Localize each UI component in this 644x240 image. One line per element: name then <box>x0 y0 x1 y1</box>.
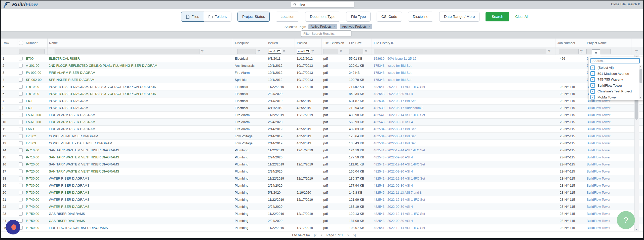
file-history-link[interactable]: 482534 - 2022-03-17 Bid Set <box>374 141 416 145</box>
project-status-button[interactable]: Project Status <box>237 12 270 22</box>
search-button[interactable]: Search <box>486 12 509 21</box>
row-checkbox[interactable] <box>19 184 23 187</box>
last-page-button[interactable]: >| <box>353 233 356 237</box>
file-history-link[interactable]: 482534 - 2022-03-17 Bid Set <box>374 127 416 131</box>
name-filter-input[interactable] <box>55 49 199 54</box>
project-filter-option[interactable]: ✓ BuildFlow Tower <box>590 83 638 89</box>
file-number-link[interactable]: LV3.03 <box>26 141 36 145</box>
file-history-link[interactable]: 482541 - 2022-12-14 ASI 1-IFC Set <box>374 226 425 230</box>
project-name-link[interactable]: BuildFlow Tower <box>587 191 610 194</box>
file-number-link[interactable]: E700 <box>26 57 33 60</box>
file-number-link[interactable]: FA-610.00 <box>26 113 41 117</box>
dropdown-scrollbar[interactable]: ▲ ▼ <box>639 65 642 99</box>
file-number-link[interactable]: P-730.00 <box>26 191 39 194</box>
file-history-link[interactable]: 482541 - 2022-12-14 ASI 1-IFC Set <box>374 85 425 89</box>
row-checkbox[interactable] <box>19 169 23 173</box>
file-name-link[interactable]: CONCEPTUAL E - CALL RISER DIAGRAM <box>49 141 112 145</box>
column-header-file-size[interactable]: File Size <box>347 39 372 47</box>
file-name-link[interactable]: WATER RISER DIAGRAMS <box>49 205 90 209</box>
file-name-link[interactable]: SANITARY WASTE & VENT RISER DIAGRAMS <box>49 148 119 152</box>
project-name-link[interactable]: BuildFlow Tower <box>587 106 610 110</box>
column-header-discipline[interactable]: Discipline <box>233 39 266 47</box>
file-history-link[interactable]: 482534 - 2022-03-17 Bid Set <box>374 134 416 138</box>
job-number-filter-funnel-icon[interactable]: ▽ <box>580 50 582 53</box>
file-name-link[interactable]: WATER RISER DIAGRAMS <box>49 184 90 187</box>
row-checkbox[interactable] <box>19 134 23 138</box>
project-name-link[interactable]: BuildFlow Tower <box>587 177 610 180</box>
row-checkbox[interactable] <box>19 219 23 223</box>
file-number-link[interactable]: P-750.00 <box>26 219 39 223</box>
project-name-link[interactable]: BuildFlow Tower <box>587 155 610 159</box>
file-history-link[interactable]: 482543 - 2022-09-30 ASI 4 <box>374 120 413 124</box>
file-name-link[interactable]: ELECTRICAL RISER <box>49 57 80 60</box>
posted-date-input[interactable]: mm/d <box>297 49 310 54</box>
file-number-link[interactable]: P-710.00 <box>26 155 39 159</box>
project-name-link[interactable]: BuildFlow Tower <box>587 141 610 145</box>
issued-date-input[interactable]: mm/d <box>268 49 281 54</box>
file-number-link[interactable]: P-750.00 <box>26 212 39 216</box>
row-checkbox[interactable] <box>19 64 23 67</box>
row-checkbox[interactable] <box>19 106 23 110</box>
file-name-link[interactable]: SANITARY WASTE & VENT RISER DIAGRAMS <box>49 169 119 173</box>
file-name-link[interactable]: 2ND FLOOR REFLECTED CEILING PLAN/ PLUMBI… <box>49 64 157 67</box>
file-number-link[interactable]: E6.1 <box>26 99 33 103</box>
column-header-posted[interactable]: Posted <box>295 39 321 47</box>
project-name-link[interactable]: BuildFlow Tower <box>587 198 610 201</box>
discipline-button[interactable]: Discipline <box>408 12 433 22</box>
file-number-link[interactable]: P-760.00 <box>26 226 39 230</box>
global-search[interactable] <box>291 1 354 8</box>
row-checkbox[interactable] <box>19 205 23 209</box>
row-checkbox[interactable] <box>19 177 23 180</box>
file-number-link[interactable]: A-301-00 <box>26 64 39 67</box>
folders-button[interactable]: Folders <box>204 12 231 22</box>
column-header-issued[interactable]: Issued <box>266 39 295 47</box>
file-number-link[interactable]: P-710.00 <box>26 148 39 152</box>
file-history-link[interactable]: 482541 - 2022-12-14 ASI 1-IFC Set <box>374 162 425 166</box>
file-number-link[interactable]: P-740.00 <box>26 198 39 201</box>
discipline-filter-input[interactable] <box>237 49 256 54</box>
option-checkbox-checked[interactable]: ✓ <box>590 83 595 88</box>
file-name-link[interactable]: GAS RISER DIAGRAMS <box>49 219 85 223</box>
file-number-link[interactable]: P-730.00 <box>26 177 39 180</box>
scrollbar-down-icon[interactable]: ▼ <box>635 228 637 230</box>
file-name-link[interactable]: POWER RISER DIAGRAM, DETAILS & VOLTAGE D… <box>49 92 156 96</box>
project-filter-option[interactable]: ✓ 745-755 Waverly <box>590 77 638 83</box>
file-name-link[interactable]: POWER RISER DIAGRAM, DETAILS & VOLTAGE D… <box>49 85 156 89</box>
file-number-link[interactable]: P-720.00 <box>26 162 39 166</box>
file-size-filter-funnel-icon[interactable]: ▽ <box>365 50 367 53</box>
file-history-link[interactable]: 482541 - 2022-12-14 ASI 1-IFC Set <box>374 212 425 216</box>
file-name-link[interactable]: POWER RISER DIAGRAM <box>49 106 88 110</box>
file-name-link[interactable]: FIRE ALARM RISER DIAGRAM <box>49 113 95 117</box>
column-header-job-number[interactable]: Job Number <box>555 39 585 47</box>
row-checkbox[interactable] <box>19 57 23 60</box>
file-history-link[interactable]: 482534 - 2022-03-17 Bid Set <box>374 99 416 103</box>
option-checkbox-checked[interactable]: ✓ <box>590 77 595 82</box>
project-name-link[interactable]: BuildFlow Tower <box>587 184 610 187</box>
file-number-link[interactable]: P-740.00 <box>26 205 39 209</box>
row-checkbox[interactable] <box>19 78 23 82</box>
file-history-link[interactable]: 482543 - 2022-09-30 ASI 4 <box>374 205 413 209</box>
file-history-link[interactable]: 482543 - 2022-09-30 ASI 4 <box>374 169 413 173</box>
project-filter-option[interactable]: ✓ (Select All) <box>590 65 638 71</box>
row-checkbox[interactable] <box>19 99 23 103</box>
file-number-link[interactable]: SP-002-00 <box>26 78 42 82</box>
file-name-link[interactable]: SANITARY WASTE & VENT RISER DIAGRAMS <box>49 155 119 159</box>
file-history-link[interactable]: 482545 - 2022-11-13 ASI 7 and 8 <box>374 191 422 194</box>
file-history-link[interactable]: 482541 - 2022-12-14 ASI 1-IFC Set <box>374 113 425 117</box>
row-checkbox[interactable] <box>19 148 23 152</box>
column-header-file-extension[interactable]: File Extension <box>321 39 347 47</box>
file-name-link[interactable]: FIRE ALARM RISER DIAGRAM <box>49 120 95 124</box>
row-checkbox[interactable] <box>19 113 23 117</box>
global-search-input[interactable] <box>298 2 352 7</box>
file-name-link[interactable]: SANITARY WASTE & VENT RISER DIAGRAMS <box>49 162 119 166</box>
file-extension-filter-funnel-icon[interactable]: ▽ <box>340 50 342 53</box>
option-checkbox-checked[interactable]: ✓ <box>590 71 595 76</box>
option-checkbox-checked[interactable]: ✓ <box>590 95 595 99</box>
file-history-link[interactable]: 482543 - 2022-09-30 ASI 4 <box>374 92 413 96</box>
row-checkbox[interactable] <box>19 127 23 131</box>
file-number-link[interactable]: LV3.02 <box>26 134 36 138</box>
project-name-link[interactable]: BuildFlow Tower <box>587 134 610 138</box>
file-history-link[interactable]: 482539 - 2022-06-17 Addendum 3 <box>374 106 423 110</box>
column-header-number[interactable]: Number <box>18 39 47 47</box>
clear-all-button[interactable]: Clear All <box>515 15 528 19</box>
